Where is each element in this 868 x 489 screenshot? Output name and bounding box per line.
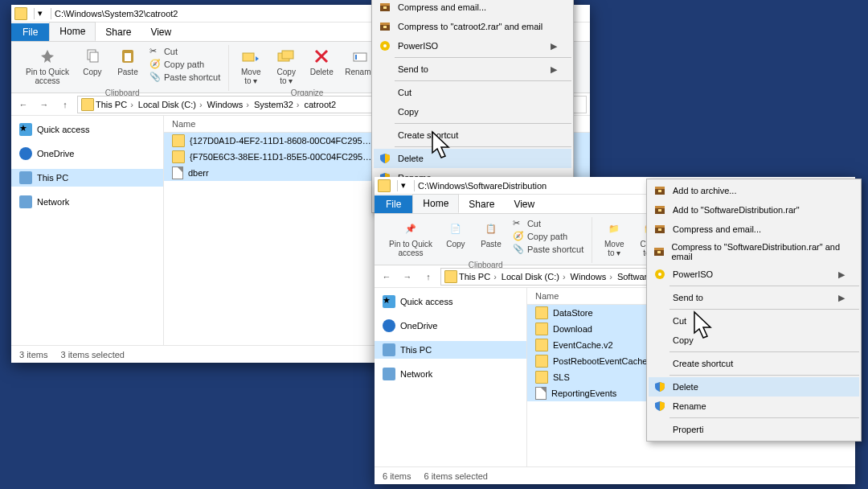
dropdown-icon[interactable]: ▾ [401, 180, 411, 191]
nav-forward-icon[interactable]: → [35, 96, 53, 113]
crumb-c[interactable]: Local Disk (C:) [502, 272, 569, 281]
pin-button[interactable]: Pin to Quick access [23, 45, 72, 87]
blank-icon [653, 357, 666, 370]
paste-shortcut-button[interactable]: 📎Paste shortcut [148, 71, 222, 84]
svg-point-19 [383, 44, 387, 47]
status-selected: 3 items selected [60, 350, 124, 360]
nav-pane[interactable]: ★Quick access OneDrive This PC Network [375, 288, 527, 466]
paste-button[interactable]: Paste [113, 45, 143, 87]
blank-icon [653, 423, 666, 436]
paste-button[interactable]: 📋Paste [476, 217, 506, 259]
crumb-c[interactable]: Local Disk (C:) [138, 100, 206, 109]
tab-share[interactable]: Share [96, 23, 141, 41]
blank-icon [653, 314, 666, 327]
context-item-compress-and-email[interactable]: Compress and email... [374, 0, 571, 17]
context-item-rename[interactable]: Rename [649, 397, 859, 416]
move-to-button[interactable]: 📁Move to ▾ [599, 217, 629, 259]
dropdown-icon[interactable]: ▾ [38, 8, 47, 18]
blank-icon [379, 105, 391, 118]
context-item-create-shortcut[interactable]: Create shortcut [374, 125, 571, 145]
svg-rect-31 [657, 251, 661, 253]
context-item-compress-and-email[interactable]: Compress and email... [649, 220, 859, 239]
separator [34, 8, 35, 19]
nav-network[interactable]: Network [375, 365, 526, 383]
nav-quick-access[interactable]: ★Quick access [11, 121, 163, 138]
folder-icon [535, 323, 548, 335]
crumb-this-pc[interactable]: This PC [96, 100, 137, 109]
tab-share[interactable]: Share [459, 195, 504, 213]
copy-button[interactable]: 📄Copy [440, 217, 471, 259]
context-item-add-to-softwaredistribution-rar[interactable]: Add to "SoftwareDistribution.rar" [649, 200, 859, 220]
copy-path-button[interactable]: 🧭Copy path [148, 58, 222, 71]
context-item-delete[interactable]: Delete [374, 149, 571, 168]
context-item-compress-to-softwaredistribution-rar-and-email[interactable]: Compress to "SoftwareDistribution.rar" a… [649, 239, 859, 265]
copy-path-button[interactable]: 🧭Copy path [511, 230, 585, 243]
nav-back-icon[interactable]: ← [14, 96, 32, 113]
context-item-copy[interactable]: Copy [649, 331, 859, 350]
nav-forward-icon[interactable]: → [399, 268, 416, 286]
folder-icon [535, 371, 548, 384]
move-to-button[interactable]: Move to ▾ [235, 45, 266, 87]
blank-icon [379, 63, 391, 76]
context-item-compress-to-catroot-rar-and-email[interactable]: Compress to "catroot2.rar" and email [374, 17, 571, 36]
blank-icon [653, 291, 666, 304]
context-menu[interactable]: Add to archive...Add to "SoftwareDistrib… [646, 179, 862, 442]
tab-home[interactable]: Home [412, 194, 459, 213]
context-item-properti[interactable]: Properti [649, 420, 859, 439]
context-item-copy[interactable]: Copy [374, 102, 571, 121]
tab-file[interactable]: File [11, 23, 49, 41]
folder-icon [81, 98, 94, 111]
context-item-poweriso[interactable]: PowerISO▶ [374, 36, 571, 55]
tab-view[interactable]: View [504, 195, 544, 213]
crumb-this-pc[interactable]: This PC [459, 272, 500, 281]
nav-network[interactable]: Network [11, 193, 163, 211]
context-item-create-shortcut[interactable]: Create shortcut [649, 354, 859, 373]
context-item-add-to-archive[interactable]: Add to archive... [649, 181, 859, 200]
nav-back-icon[interactable]: ← [378, 268, 395, 286]
nav-up-icon[interactable]: ↑ [420, 268, 437, 286]
pin-button[interactable]: 📌Pin to Quick access [386, 217, 436, 259]
crumb-windows[interactable]: Windows [571, 272, 616, 281]
crumb-catroot2[interactable]: catroot2 [304, 100, 336, 109]
context-item-cut[interactable]: Cut [374, 83, 571, 102]
svg-rect-6 [282, 51, 293, 59]
col-name[interactable]: Name [172, 119, 373, 129]
nav-pane[interactable]: ★Quick access OneDrive This PC Network [11, 116, 164, 345]
nav-quick-access[interactable]: ★Quick access [375, 293, 526, 310]
crumb-system32[interactable]: System32 [254, 100, 303, 109]
status-selected: 6 items selected [424, 471, 487, 481]
svg-rect-16 [380, 23, 390, 25]
svg-rect-25 [658, 209, 661, 212]
context-item-poweriso[interactable]: PowerISO▶ [649, 265, 859, 284]
delete-button[interactable]: Delete [306, 45, 337, 87]
crumb-windows[interactable]: Windows [207, 100, 252, 109]
svg-rect-4 [243, 53, 254, 61]
svg-rect-24 [655, 206, 665, 208]
context-item-delete[interactable]: Delete [649, 377, 859, 397]
tab-view[interactable]: View [141, 23, 181, 41]
nav-this-pc[interactable]: This PC [375, 341, 526, 359]
tab-home[interactable]: Home [49, 22, 96, 41]
svg-point-33 [658, 273, 661, 276]
paste-shortcut-button[interactable]: 📎Paste shortcut [511, 243, 585, 256]
copy-button[interactable]: Copy [77, 45, 108, 87]
blank-icon [379, 129, 391, 142]
nav-up-icon[interactable]: ↑ [56, 96, 74, 113]
archive-icon [653, 245, 665, 258]
svg-rect-13 [380, 3, 390, 6]
svg-rect-28 [658, 228, 661, 231]
context-item-send-to[interactable]: Send to▶ [374, 60, 571, 79]
folder-icon [14, 7, 27, 20]
cut-button[interactable]: ✂Cut [148, 45, 222, 58]
cut-button[interactable]: ✂Cut [511, 217, 585, 230]
context-item-cut[interactable]: Cut [649, 311, 859, 331]
nav-onedrive[interactable]: OneDrive [11, 145, 163, 162]
context-item-send-to[interactable]: Send to▶ [649, 288, 859, 307]
tab-file[interactable]: File [375, 195, 412, 213]
copy-to-button[interactable]: Copy to ▾ [271, 45, 301, 87]
folder-icon [444, 270, 457, 283]
poweriso-icon [379, 39, 391, 52]
nav-onedrive[interactable]: OneDrive [375, 317, 526, 335]
folder-icon [172, 150, 185, 163]
nav-this-pc[interactable]: This PC [11, 169, 163, 187]
